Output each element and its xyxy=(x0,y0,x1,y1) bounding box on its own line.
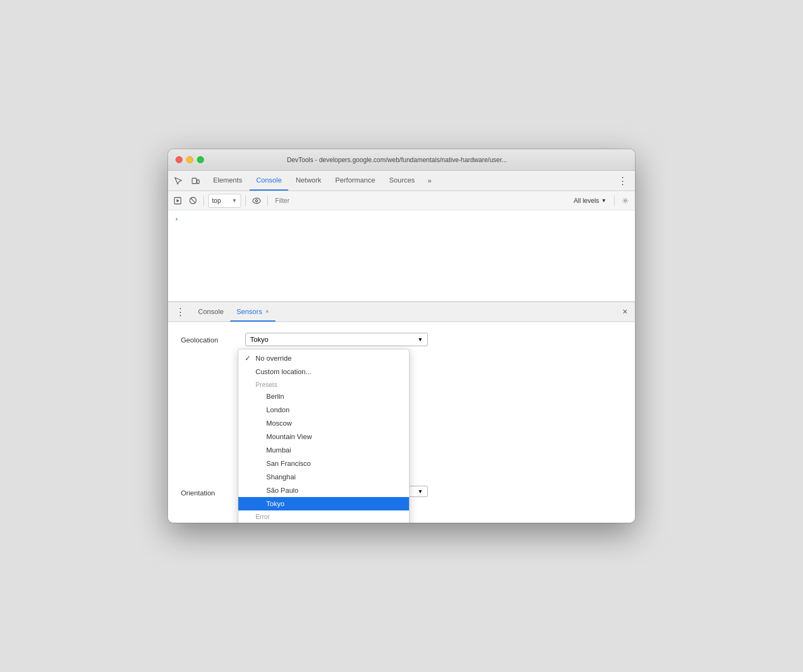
window-title: DevTools - developers.google.com/web/fun… xyxy=(168,156,627,164)
geolocation-row: Geolocation Tokyo ▼ ✓ No override Custom… xyxy=(181,333,622,346)
filter-input[interactable] xyxy=(272,197,568,204)
svg-point-7 xyxy=(256,200,258,202)
dd-item-berlin[interactable]: Berlin xyxy=(238,390,409,403)
dd-item-moscow[interactable]: Moscow xyxy=(238,417,409,430)
console-prompt: › xyxy=(174,215,179,223)
geolocation-dropdown: ✓ No override Custom location... Presets… xyxy=(238,349,410,523)
inspect-icon[interactable] xyxy=(171,174,185,188)
dd-item-mumbai[interactable]: Mumbai xyxy=(238,443,409,457)
panel-tab-sensors[interactable]: Sensors × xyxy=(230,302,275,322)
sensors-panel: Geolocation Tokyo ▼ ✓ No override Custom… xyxy=(168,322,635,523)
panel-tab-console[interactable]: Console xyxy=(192,302,230,322)
play-icon[interactable] xyxy=(171,194,184,207)
devtools-tabs: Elements Console Network Performance Sou… xyxy=(207,171,435,191)
tab-network[interactable]: Network xyxy=(289,171,328,191)
panel-end: × xyxy=(618,307,632,317)
dd-item-custom-location[interactable]: Custom location... xyxy=(238,365,409,378)
devtools-icons xyxy=(171,174,202,188)
sensors-tab-close[interactable]: × xyxy=(265,308,268,315)
orientation-label: Orientation xyxy=(181,486,245,497)
log-level-select[interactable]: All levels ▼ xyxy=(571,196,610,206)
console-toolbar: top ▼ All levels ▼ xyxy=(168,191,635,210)
tab-elements[interactable]: Elements xyxy=(207,171,249,191)
svg-rect-0 xyxy=(192,178,196,184)
dd-item-sao-paulo[interactable]: São Paulo xyxy=(238,484,409,497)
context-select[interactable]: top ▼ xyxy=(208,194,241,208)
dd-item-location-unavailable[interactable]: Location unavailable xyxy=(238,522,409,523)
dd-item-shanghai[interactable]: Shanghai xyxy=(238,470,409,484)
devtools-end: ⋮ xyxy=(614,175,632,187)
dd-item-no-override[interactable]: ✓ No override xyxy=(238,352,409,365)
device-toggle-icon[interactable] xyxy=(188,174,202,188)
geolocation-control: Tokyo ▼ ✓ No override Custom location...… xyxy=(245,333,622,346)
panel-menu-button[interactable]: ⋮ xyxy=(171,306,189,318)
dd-item-london[interactable]: London xyxy=(238,403,409,417)
dd-item-tokyo[interactable]: Tokyo xyxy=(238,497,409,510)
devtools-tabs-bar: Elements Console Network Performance Sou… xyxy=(168,171,635,191)
toolbar-divider3 xyxy=(267,195,268,206)
toolbar-divider4 xyxy=(614,195,615,206)
tab-console[interactable]: Console xyxy=(250,171,288,191)
svg-rect-1 xyxy=(197,180,199,184)
more-tabs-button[interactable]: » xyxy=(425,177,435,185)
eye-icon[interactable] xyxy=(250,194,263,207)
svg-point-8 xyxy=(624,200,626,202)
svg-point-6 xyxy=(253,198,260,203)
dd-header-error: Error xyxy=(238,510,409,522)
toolbar-divider xyxy=(203,195,204,206)
tab-sources[interactable]: Sources xyxy=(383,171,421,191)
block-icon[interactable] xyxy=(186,194,199,207)
tab-performance[interactable]: Performance xyxy=(329,171,382,191)
geolocation-select[interactable]: Tokyo ▼ xyxy=(245,333,428,346)
devtools-menu-button[interactable]: ⋮ xyxy=(614,175,632,187)
panel-tabs-bar: ⋮ Console Sensors × × xyxy=(168,302,635,322)
console-content[interactable]: › xyxy=(168,210,635,302)
settings-icon[interactable] xyxy=(619,194,632,207)
geolocation-label: Geolocation xyxy=(181,333,245,344)
devtools-window: DevTools - developers.google.com/web/fun… xyxy=(168,149,635,523)
dd-header-presets: Presets xyxy=(238,378,409,390)
dd-item-san-francisco[interactable]: San Francisco xyxy=(238,457,409,470)
dd-item-mountain-view[interactable]: Mountain View xyxy=(238,430,409,443)
title-bar: DevTools - developers.google.com/web/fun… xyxy=(168,149,635,171)
svg-line-5 xyxy=(191,198,195,203)
close-panel-button[interactable]: × xyxy=(618,307,632,316)
svg-marker-3 xyxy=(177,199,179,202)
toolbar-divider2 xyxy=(245,195,246,206)
